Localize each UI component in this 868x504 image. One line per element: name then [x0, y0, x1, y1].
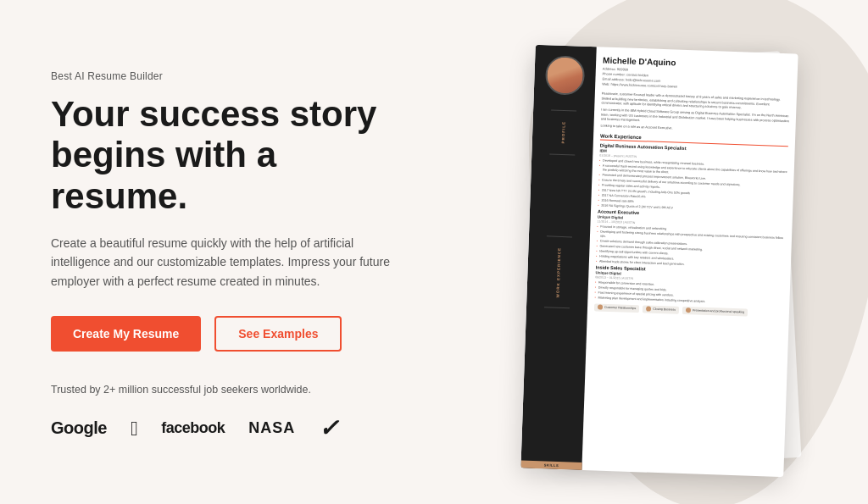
trust-text: Trusted by 2+ million successful job see…	[51, 384, 417, 396]
avatar-face	[547, 57, 583, 93]
right-content: PROFILE WORK EXPERIENCE SKILLS Michelle …	[468, 0, 868, 504]
skill-chip-3: Presentation and professional speaking	[682, 306, 748, 316]
google-logo: Google	[51, 418, 107, 438]
resume-main: Michelle D'Aquino Address: 909999 Phone …	[581, 47, 798, 477]
sidebar-divider-2	[549, 152, 575, 154]
buttons-row: Create My Resume See Examples	[51, 316, 417, 352]
apple-logo: 	[131, 417, 137, 440]
nasa-logo: NASA	[248, 419, 295, 437]
sidebar-divider-4	[544, 307, 570, 308]
headline: Your success story begins with a resume.	[51, 94, 417, 217]
skill-icon-3	[686, 307, 691, 313]
page-wrapper: Best AI Resume Builder Your success stor…	[0, 0, 868, 504]
skill-icon-2	[646, 306, 651, 311]
sidebar-divider-3	[547, 235, 572, 237]
description: Create a beautiful resume quickly with t…	[51, 234, 415, 291]
skill-chip-1: Customer Relationships	[594, 302, 639, 312]
sidebar-profile-label: PROFILE	[560, 120, 565, 143]
skill-chip-2: Closing Business	[643, 304, 679, 313]
facebook-logo: facebook	[161, 419, 225, 437]
tagline: Best AI Resume Builder	[51, 70, 417, 82]
sidebar-skills-label: SKILLS	[520, 460, 581, 470]
resume-card: PROFILE WORK EXPERIENCE SKILLS Michelle …	[520, 44, 798, 477]
avatar	[545, 55, 586, 96]
sidebar-work-label: WORK EXPERIENCE	[555, 246, 561, 297]
see-examples-button[interactable]: See Examples	[214, 316, 342, 352]
brands-row: Google  facebook NASA ✓	[51, 414, 417, 442]
headline-line1: Your success story	[51, 94, 376, 134]
left-content: Best AI Resume Builder Your success stor…	[0, 0, 468, 504]
skill-icon-1	[598, 304, 603, 309]
headline-line2: begins with a resume.	[51, 135, 276, 215]
sidebar-divider-1	[551, 109, 576, 111]
nike-logo: ✓	[319, 414, 338, 442]
create-resume-button[interactable]: Create My Resume	[51, 316, 201, 352]
